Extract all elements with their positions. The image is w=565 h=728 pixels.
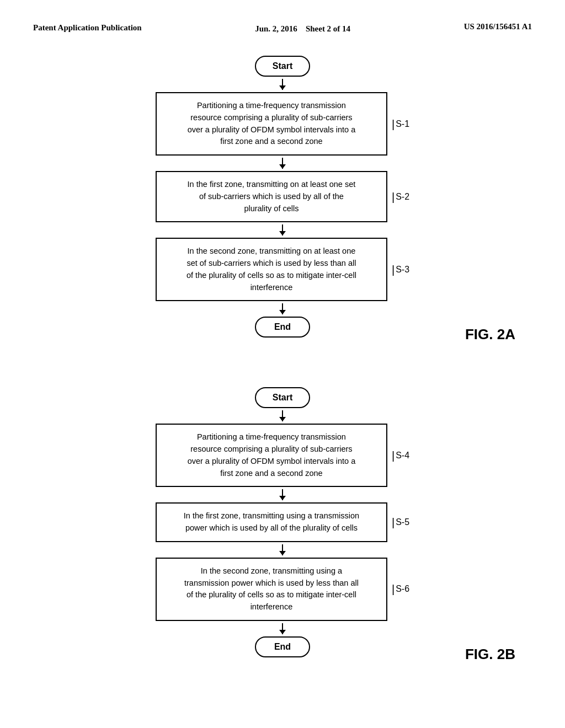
- fig2b-s6-rect: In the second zone, transmitting using a…: [156, 558, 387, 621]
- fig2b-s6-label: | S-6: [392, 584, 409, 595]
- fig2b-flowchart: Start Partitioning a time‑frequency tran…: [117, 387, 448, 657]
- header-sheet: Sheet 2 of 14: [306, 24, 350, 33]
- fig2b-s4-label: | S-4: [392, 450, 409, 461]
- arrow-8: [282, 621, 283, 636]
- fig2a-s2-rect: In the first zone, transmitting on at le…: [156, 171, 387, 222]
- fig2a-step-s1: Partitioning a time‑frequency transmissi…: [156, 92, 409, 156]
- header-center: Jun. 2, 2016 Sheet 2 of 14: [255, 22, 350, 34]
- fig2b-step-s4: Partitioning a time‑frequency transmissi…: [156, 424, 409, 487]
- fig2a-step-s3: In the second zone, transmitting on at l…: [156, 238, 409, 301]
- arrow-6: [282, 487, 283, 502]
- fig2a-section: Start Partitioning a time‑frequency tran…: [33, 56, 532, 338]
- arrow-1: [282, 77, 283, 92]
- fig2a-s3-label: | S-3: [392, 264, 409, 275]
- fig2b-section: Start Partitioning a time‑frequency tran…: [33, 387, 532, 657]
- arrow-3: [282, 222, 283, 238]
- arrow-7: [282, 542, 283, 558]
- fig2a-end: End: [255, 317, 310, 338]
- fig2b-start: Start: [255, 387, 310, 408]
- fig2a-step-s2: In the first zone, transmitting on at le…: [156, 171, 409, 222]
- fig2b-label: FIG. 2B: [465, 646, 515, 663]
- arrow-4: [282, 301, 283, 317]
- header-right: US 2016/156451 A1: [464, 22, 532, 31]
- fig2b-step-s5: In the first zone, transmitting using a …: [156, 502, 409, 542]
- header-date: Jun. 2, 2016: [255, 24, 297, 33]
- header: Patent Application Publication Jun. 2, 2…: [33, 22, 532, 34]
- page: Patent Application Publication Jun. 2, 2…: [0, 0, 565, 728]
- fig2b-s4-rect: Partitioning a time‑frequency transmissi…: [156, 424, 387, 487]
- fig2a-start: Start: [255, 56, 310, 77]
- fig2a-s1-rect: Partitioning a time‑frequency transmissi…: [156, 92, 387, 156]
- fig2b-step-s6: In the second zone, transmitting using a…: [156, 558, 409, 621]
- fig2a-s1-label: | S-1: [392, 119, 409, 130]
- fig2a-label: FIG. 2A: [465, 326, 515, 343]
- header-left: Patent Application Publication: [33, 22, 142, 34]
- arrow-5: [282, 408, 283, 424]
- fig2b-s5-rect: In the first zone, transmitting using a …: [156, 502, 387, 542]
- arrow-2: [282, 156, 283, 171]
- fig2a-s2-label: | S-2: [392, 191, 409, 202]
- fig2b-end: End: [255, 636, 310, 657]
- fig2b-s5-label: | S-5: [392, 517, 409, 528]
- fig2a-s3-rect: In the second zone, transmitting on at l…: [156, 238, 387, 301]
- fig2a-flowchart: Start Partitioning a time‑frequency tran…: [117, 56, 448, 338]
